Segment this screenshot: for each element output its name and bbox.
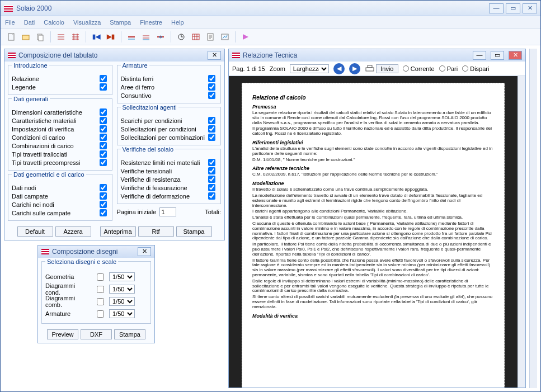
stampa-button[interactable]: Stampa	[176, 226, 212, 237]
grid2-icon[interactable]	[69, 31, 82, 43]
workarea-scrollbar[interactable]	[529, 49, 537, 388]
azzera-button[interactable]: Azzera	[55, 226, 91, 237]
clock-icon[interactable]	[175, 31, 187, 43]
new-file-icon[interactable]	[5, 31, 17, 43]
anteprima-button[interactable]: Anteprima	[100, 226, 136, 237]
chk-dim-car[interactable]	[100, 108, 107, 116]
rel-maximize-button[interactable]: ▭	[491, 51, 504, 60]
first-icon[interactable]: ▮◀	[90, 31, 102, 43]
chk-soll-comb[interactable]	[208, 134, 215, 141]
menu-visualizza[interactable]: Visualizza	[73, 19, 101, 26]
chk-tipi-tral[interactable]	[100, 150, 107, 158]
doc-scrollbar[interactable]	[518, 76, 525, 388]
dxf-button[interactable]: DXF	[81, 329, 112, 339]
grid-icon[interactable]	[55, 31, 67, 43]
radio-pari[interactable]: Pari	[439, 65, 458, 72]
chk-label: Legende	[12, 84, 36, 91]
beam2-icon[interactable]	[140, 31, 152, 43]
menu-help[interactable]: Help	[171, 19, 184, 26]
doc-icon[interactable]	[204, 31, 217, 43]
group-dati-generali: Dati generali	[12, 96, 50, 102]
app-title: Solaio 2000	[16, 4, 51, 12]
chk-car-nodi[interactable]	[100, 201, 107, 208]
group-sollec: Sollecitazioni agenti	[121, 104, 178, 111]
rel-close-button[interactable]: ✕	[509, 51, 522, 60]
stampa-dis-button[interactable]: Stampa	[114, 329, 145, 339]
svg-rect-10	[368, 65, 372, 68]
chk-imp-ver[interactable]	[100, 125, 107, 133]
last-icon[interactable]: ▶▮	[105, 31, 117, 43]
default-button[interactable]: Default	[17, 226, 53, 237]
invio-button[interactable]: Invio	[376, 64, 398, 73]
table-icon[interactable]	[190, 31, 202, 43]
sel-diag-cond[interactable]: 1/50	[109, 285, 135, 294]
chk-ver-res[interactable]	[208, 176, 215, 183]
chk-ver-tens[interactable]	[208, 167, 215, 174]
disegni-close-button[interactable]: ✕	[138, 247, 151, 256]
chk-comb-car[interactable]	[100, 142, 107, 149]
sel-armature[interactable]: 1/50	[109, 309, 135, 318]
svg-rect-6	[192, 34, 199, 40]
sel-diag-comb[interactable]: 1/50	[109, 297, 135, 306]
chk-consuntivo[interactable]	[208, 92, 215, 99]
chk-ver-def[interactable]	[208, 192, 215, 200]
page-indicator: Pag. 1 di 15	[232, 65, 265, 72]
disegni-group-label: Seleziona disegni e scale	[45, 258, 118, 265]
chk-res-lim[interactable]	[208, 159, 215, 166]
chart-icon[interactable]	[219, 31, 231, 43]
prev-page-icon[interactable]: ◀	[333, 63, 345, 74]
window-icon	[232, 53, 240, 58]
close-button[interactable]: ✕	[523, 3, 537, 13]
pagina-input[interactable]	[159, 207, 176, 216]
svg-rect-9	[366, 68, 374, 71]
chk-soll-cond[interactable]	[208, 125, 215, 133]
zoom-label: Zoom	[270, 65, 285, 72]
maximize-button[interactable]: ▭	[506, 3, 520, 13]
next-page-icon[interactable]: ▶	[349, 63, 360, 74]
menu-dati[interactable]: Dati	[24, 19, 35, 26]
document-page: Relazione di calcolo Premessa La seguent…	[242, 83, 505, 388]
sel-geometria[interactable]: 1/50	[109, 272, 135, 281]
chk-dist-ferri[interactable]	[208, 75, 215, 82]
menu-stampa[interactable]: Stampa	[110, 19, 131, 26]
radio-corrente[interactable]: Corrente	[403, 65, 435, 72]
preview-button[interactable]: Preview	[47, 329, 78, 339]
copy-icon[interactable]	[34, 31, 46, 43]
zoom-select[interactable]: Larghezza	[290, 64, 329, 73]
group-dati-geom: Dati geometrici e di carico	[12, 171, 86, 178]
rtf-button[interactable]: Rtf	[138, 226, 174, 237]
menu-finestre[interactable]: Finestre	[140, 19, 162, 26]
chk-car-camp[interactable]	[100, 209, 107, 216]
chk-dati-nodi[interactable]	[100, 184, 107, 191]
help-icon[interactable]	[239, 31, 252, 43]
chk-diag-comb[interactable]	[97, 298, 104, 305]
group-armature: Armature	[121, 62, 149, 69]
chk-car-mat[interactable]	[100, 117, 107, 124]
document-viewport[interactable]: Relazione di calcolo Premessa La seguent…	[229, 76, 518, 388]
chk-diag-cond[interactable]	[97, 286, 104, 293]
chk-aree-ferro[interactable]	[208, 83, 215, 91]
rel-minimize-button[interactable]: —	[473, 51, 486, 60]
menu-file[interactable]: File	[5, 19, 15, 26]
radio-dispari[interactable]: Dispari	[462, 65, 489, 72]
chk-geometria[interactable]	[97, 273, 104, 281]
tabulato-close-button[interactable]: ✕	[208, 51, 221, 60]
window-icon	[8, 53, 16, 58]
window-icon	[41, 249, 49, 254]
beam1-icon[interactable]	[125, 31, 138, 43]
relazione-window: Relazione Tecnica — ▭ ✕ Pag. 1 di 15 Zoo…	[228, 49, 526, 388]
chk-relazione[interactable]	[100, 75, 107, 82]
totali-label: Totali:	[205, 209, 221, 215]
minimize-button[interactable]: —	[489, 3, 504, 13]
menu-calcolo[interactable]: Calcolo	[44, 19, 64, 26]
chk-armature[interactable]	[97, 310, 104, 318]
chk-legende[interactable]	[100, 83, 107, 91]
beam3-icon[interactable]	[154, 31, 167, 43]
open-file-icon[interactable]	[20, 31, 32, 43]
chk-dati-camp[interactable]	[100, 192, 107, 200]
chk-scar-cond[interactable]	[208, 117, 215, 124]
chk-tipi-prec[interactable]	[100, 159, 107, 166]
main-toolbar: ▮◀ ▶▮	[1, 29, 540, 45]
chk-ver-fes[interactable]	[208, 184, 215, 191]
chk-cond-car[interactable]	[100, 134, 107, 141]
